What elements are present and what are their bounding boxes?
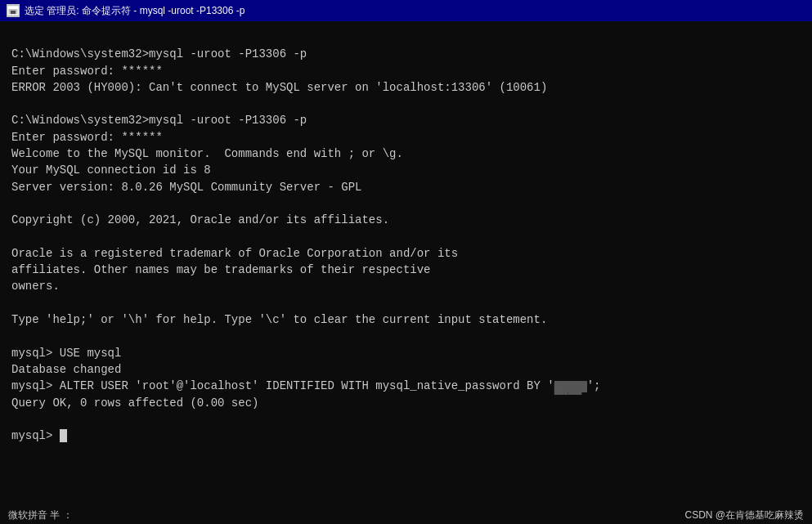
terminal-cursor <box>60 429 67 442</box>
terminal-line: Enter password: ****** <box>11 129 801 146</box>
terminal-line: owners. <box>11 278 801 294</box>
ime-status: 微软拼音 半 ： <box>8 508 73 522</box>
terminal-line: mysql> ALTER USER 'root'@'localhost' IDE… <box>11 378 801 394</box>
terminal-line <box>11 295 801 311</box>
terminal-line: Query OK, 0 rows affected (0.00 sec) <box>11 395 801 411</box>
terminal-line: Enter password: ****** <box>11 63 801 79</box>
title-bar-text: 选定 管理员: 命令提示符 - mysql -uroot -P13306 -p <box>25 4 805 18</box>
terminal-line <box>11 29 801 46</box>
terminal-line <box>11 195 801 212</box>
terminal-line: C:\Windows\system32>mysql -uroot -P13306… <box>11 112 801 128</box>
watermark: CSDN @在肯德基吃麻辣烫 <box>684 508 804 522</box>
terminal-line: Your MySQL connection id is 8 <box>11 162 801 178</box>
terminal-line: Oracle is a registered trademark of Orac… <box>11 245 801 262</box>
terminal-line: mysql> <box>11 428 801 444</box>
terminal-line: mysql> USE mysql <box>11 345 801 361</box>
terminal[interactable]: C:\Windows\system32>mysql -uroot -P13306… <box>0 21 812 524</box>
terminal-line: Database changed <box>11 361 801 378</box>
title-bar-icon <box>7 4 20 17</box>
terminal-line <box>11 328 801 344</box>
terminal-line: ERROR 2003 (HY000): Can't connect to MyS… <box>11 79 801 96</box>
terminal-line <box>11 411 801 428</box>
bottom-bar: 微软拼音 半 ： CSDN @在肯德基吃麻辣烫 <box>0 506 812 524</box>
svg-rect-1 <box>8 7 18 9</box>
title-bar: 选定 管理员: 命令提示符 - mysql -uroot -P13306 -p <box>0 0 812 21</box>
terminal-line: Type 'help;' or '\h' for help. Type '\c'… <box>11 311 801 328</box>
redacted-password: ████ <box>554 381 587 392</box>
terminal-line: affiliates. Other names may be trademark… <box>11 262 801 278</box>
terminal-line <box>11 96 801 112</box>
terminal-line: Copyright (c) 2000, 2021, Oracle and/or … <box>11 212 801 228</box>
terminal-line <box>11 229 801 245</box>
terminal-line: C:\Windows\system32>mysql -uroot -P13306… <box>11 46 801 62</box>
terminal-line: Welcome to the MySQL monitor. Commands e… <box>11 146 801 162</box>
terminal-line: Server version: 8.0.26 MySQL Community S… <box>11 179 801 195</box>
